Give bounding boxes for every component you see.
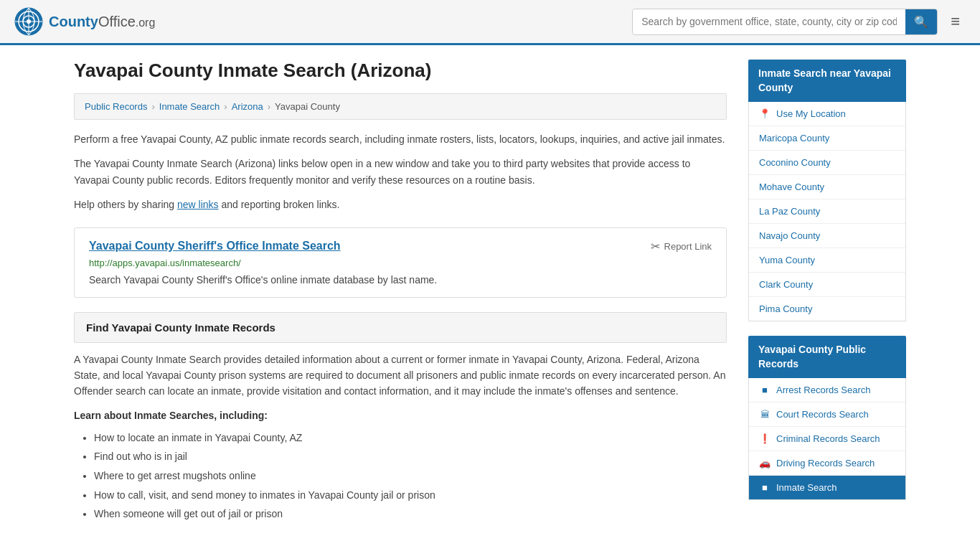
breadcrumb-current: Yavapai County [275, 101, 340, 112]
breadcrumb-arizona[interactable]: Arizona [232, 101, 263, 112]
sidebar-item-label: Navajo County [759, 230, 820, 241]
svg-point-5 [27, 19, 31, 24]
sidebar-records-section: Yavapai County Public Records ■ Arrest R… [748, 336, 906, 500]
sidebar-item-label: La Paz County [759, 206, 820, 217]
sidebar-item-label: Court Records Search [776, 409, 869, 420]
breadcrumb-public-records[interactable]: Public Records [85, 101, 147, 112]
resource-title-link[interactable]: Yavapai County Sheriff's Office Inmate S… [89, 240, 341, 253]
site-header: CountyOffice.org 🔍 ≡ [0, 0, 980, 45]
bullet-list: How to locate an inmate in Yavapai Count… [74, 428, 727, 524]
new-links-link[interactable]: new links [177, 199, 219, 210]
breadcrumb-inmate-search[interactable]: Inmate Search [159, 101, 220, 112]
find-section-body: A Yavapai County Inmate Search provides … [74, 352, 727, 400]
sidebar-item-label: Arrest Records Search [776, 385, 871, 395]
sidebar-item-label: Clark County [759, 279, 813, 290]
list-item: Find out who is in jail [94, 447, 727, 466]
list-item: When someone will get out of jail or pri… [94, 504, 727, 524]
report-link-label: Report Link [664, 241, 712, 252]
sidebar-item-court-records[interactable]: 🏛 Court Records Search [749, 402, 905, 427]
sidebar-nearby-section: Inmate Search near Yavapai County 📍 Use … [748, 60, 906, 321]
sidebar-item-label: Inmate Search [776, 482, 837, 493]
sidebar: Inmate Search near Yavapai County 📍 Use … [748, 60, 906, 524]
criminal-records-icon: ❗ [759, 433, 771, 444]
sidebar-item-label: Mohave County [759, 182, 824, 192]
breadcrumb: Public Records › Inmate Search › Arizona… [74, 93, 727, 120]
learn-title: Learn about Inmate Searches, including: [74, 410, 727, 421]
sidebar-item-label: Maricopa County [759, 133, 829, 143]
resource-url[interactable]: http://apps.yavapai.us/inmatesearch/ [89, 258, 712, 268]
sidebar-item-mohave[interactable]: Mohave County [749, 175, 905, 199]
resource-card: Yavapai County Sheriff's Office Inmate S… [74, 227, 727, 298]
sidebar-records-body: ■ Arrest Records Search 🏛 Court Records … [748, 378, 906, 500]
page-title: Yavapai County Inmate Search (Arizona) [74, 60, 727, 82]
intro-paragraph-3: Help others by sharing new links and rep… [74, 197, 727, 212]
main-content: Yavapai County Inmate Search (Arizona) P… [74, 60, 727, 524]
sidebar-item-label: Yuma County [759, 255, 815, 265]
sidebar-item-coconino[interactable]: Coconino County [749, 151, 905, 175]
intro-paragraph-2: The Yavapai County Inmate Search (Arizon… [74, 156, 727, 188]
sidebar-item-label: Driving Records Search [776, 458, 875, 468]
report-icon: ✂ [651, 240, 660, 253]
list-item: How to locate an inmate in Yavapai Count… [94, 428, 727, 448]
resource-card-header: Yavapai County Sheriff's Office Inmate S… [89, 240, 712, 253]
sidebar-item-label: Criminal Records Search [776, 433, 880, 444]
sidebar-item-label: Coconino County [759, 157, 831, 168]
intro-paragraph-1: Perform a free Yavapai County, AZ public… [74, 131, 727, 147]
logo-area: CountyOffice.org [14, 7, 155, 36]
sidebar-item-pima[interactable]: Pima County [749, 297, 905, 321]
sidebar-item-clark[interactable]: Clark County [749, 273, 905, 297]
sidebar-item-criminal-records[interactable]: ❗ Criminal Records Search [749, 427, 905, 451]
sidebar-item-la-paz[interactable]: La Paz County [749, 199, 905, 224]
report-link[interactable]: ✂ Report Link [651, 240, 712, 253]
list-item: Where to get arrest mugshots online [94, 466, 727, 486]
sidebar-records-header: Yavapai County Public Records [748, 336, 906, 378]
sidebar-item-navajo[interactable]: Navajo County [749, 224, 905, 248]
menu-button[interactable]: ≡ [945, 9, 966, 34]
arrest-records-icon: ■ [759, 385, 771, 395]
inmate-search-icon: ■ [759, 482, 771, 493]
driving-records-icon: 🚗 [759, 458, 771, 468]
sidebar-nearby-body: 📍 Use My Location Maricopa County Coconi… [748, 102, 906, 321]
find-section-heading: Find Yavapai County Inmate Records [74, 312, 727, 343]
search-bar: 🔍 [632, 9, 938, 35]
search-button[interactable]: 🔍 [905, 9, 937, 34]
site-logo-icon [14, 7, 43, 36]
sidebar-item-arrest-records[interactable]: ■ Arrest Records Search [749, 378, 905, 402]
page-container: Yavapai County Inmate Search (Arizona) P… [60, 45, 920, 538]
sidebar-item-maricopa[interactable]: Maricopa County [749, 126, 905, 151]
sidebar-item-yuma[interactable]: Yuma County [749, 248, 905, 273]
location-pin-icon: 📍 [759, 108, 771, 119]
sidebar-item-driving-records[interactable]: 🚗 Driving Records Search [749, 451, 905, 476]
sidebar-item-label: Use My Location [776, 108, 846, 119]
court-records-icon: 🏛 [759, 409, 771, 420]
list-item: How to call, visit, and send money to in… [94, 486, 727, 505]
sidebar-item-use-my-location[interactable]: 📍 Use My Location [749, 102, 905, 126]
resource-description: Search Yavapai County Sheriff's Office's… [89, 274, 712, 286]
header-right: 🔍 ≡ [632, 9, 966, 35]
sidebar-nearby-header: Inmate Search near Yavapai County [748, 60, 906, 102]
logo-text: CountyOffice.org [49, 14, 155, 30]
sidebar-item-inmate-search[interactable]: ■ Inmate Search [749, 476, 905, 499]
search-input[interactable] [633, 10, 905, 33]
sidebar-item-label: Pima County [759, 303, 812, 314]
